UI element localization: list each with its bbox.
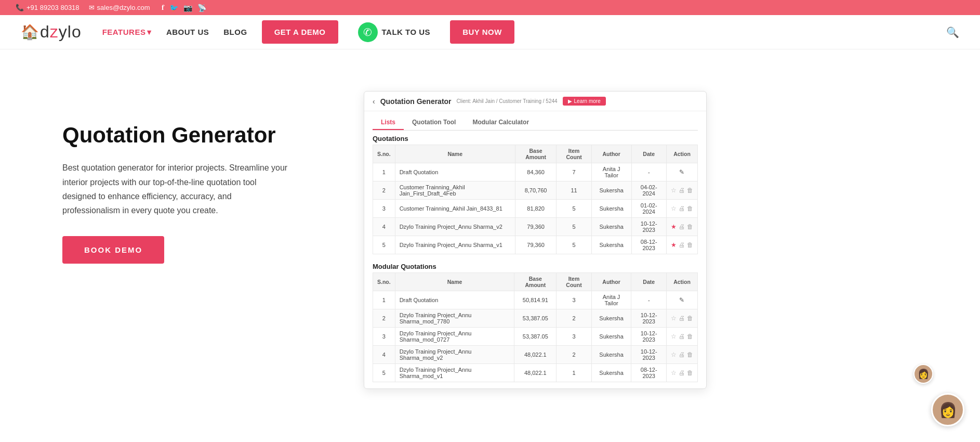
cell-author: Anita J Tailor	[591, 291, 631, 309]
facebook-icon[interactable]: 𝐟	[162, 3, 164, 12]
table-row: 3 Customer Trainning_Akhil Jain_8433_81 …	[373, 200, 698, 218]
whatsapp-icon[interactable]: ✆	[358, 22, 378, 42]
modular-tbody: 1 Draft Quotation 50,814.91 3 Anita J Ta…	[373, 291, 698, 382]
get-demo-button[interactable]: GET A DEMO	[262, 20, 338, 44]
back-arrow-icon[interactable]: ‹	[373, 97, 375, 106]
cell-author: Sukersha	[591, 200, 631, 218]
delete-icon[interactable]: 🗑	[687, 315, 693, 322]
mod-col-name: Name	[395, 273, 514, 291]
search-icon[interactable]: 🔍	[946, 26, 959, 38]
phone-number: +91 89203 80318	[27, 4, 80, 11]
col-amount: Base Amount	[515, 145, 557, 163]
table-row: 1 Draft Quotation 84,360 7 Anita J Tailo…	[373, 163, 698, 181]
delete-icon[interactable]: 🗑	[687, 187, 693, 194]
mod-col-action: Action	[666, 273, 697, 291]
nav-blog[interactable]: BLOG	[223, 28, 247, 36]
book-demo-button[interactable]: BOOK DEMO	[62, 236, 164, 264]
delete-icon[interactable]: 🗑	[687, 205, 693, 212]
hero-right: ‹ Quotation Generator Client: Akhil Jain…	[333, 81, 938, 389]
cell-action: ☆🖨🗑	[666, 200, 697, 218]
cell-name: Dzylo Training Project_Annu Sharma_mod_7…	[395, 309, 514, 328]
cell-name: Draft Quotation	[395, 291, 514, 309]
cell-author: Sukersha	[591, 346, 631, 364]
cell-amount: 53,387.05	[514, 328, 557, 346]
instagram-icon[interactable]: 📷	[183, 4, 192, 12]
cell-sno: 1	[373, 163, 395, 181]
cell-date: 01-02-2024	[631, 200, 666, 218]
copy-icon[interactable]: 🖨	[679, 315, 685, 322]
learn-more-button[interactable]: ▶ Learn more	[563, 97, 606, 106]
cell-date: 04-02-2024	[631, 181, 666, 200]
tab-quotation-tool[interactable]: Quotation Tool	[404, 115, 464, 130]
cell-items: 2	[557, 346, 591, 364]
social-icons: 𝐟 🐦 📷 📡	[162, 3, 206, 12]
tab-lists[interactable]: Lists	[373, 115, 404, 130]
copy-icon[interactable]: 🖨	[679, 369, 685, 376]
delete-icon[interactable]: 🗑	[687, 369, 693, 376]
hero-left: Quotation Generator Best quotation gener…	[62, 81, 333, 264]
email-address: sales@dzylo.com	[97, 4, 150, 11]
delete-icon[interactable]: 🗑	[687, 351, 693, 358]
star-icon[interactable]: ☆	[671, 205, 677, 212]
copy-icon[interactable]: 🖨	[679, 223, 685, 230]
edit-icon[interactable]: ✎	[679, 296, 684, 304]
cell-items: 1	[557, 364, 591, 382]
nav-features[interactable]: FEATURES ▾	[102, 28, 152, 37]
star-icon[interactable]: ☆	[671, 187, 677, 194]
cell-action: ☆🖨🗑	[666, 181, 697, 200]
cell-sno: 3	[373, 200, 395, 218]
cell-name: Dzylo Training Project_Annu Sharma_mod_0…	[395, 328, 514, 346]
cell-amount: 79,360	[515, 236, 557, 254]
cell-action: ☆🖨🗑	[666, 346, 697, 364]
star-icon[interactable]: ☆	[671, 369, 677, 376]
cell-name: Dzylo Training Project_Annu Sharma_mod_v…	[395, 346, 514, 364]
cell-author: Sukersha	[591, 181, 631, 200]
rss-icon[interactable]: 📡	[197, 4, 206, 12]
cell-action: ★🖨🗑	[666, 236, 697, 254]
copy-icon[interactable]: 🖨	[679, 205, 685, 212]
cell-amount: 53,387.05	[514, 309, 557, 328]
star-icon[interactable]: ★	[671, 223, 677, 230]
copy-icon[interactable]: 🖨	[679, 187, 685, 194]
cell-author: Sukersha	[591, 309, 631, 328]
panel-title: Quotation Generator	[380, 97, 452, 106]
cell-action: ★🖨🗑	[666, 218, 697, 236]
delete-icon[interactable]: 🗑	[687, 241, 693, 249]
star-icon[interactable]: ☆	[671, 333, 677, 340]
cell-date: 10-12-2023	[631, 218, 666, 236]
copy-icon[interactable]: 🖨	[679, 333, 685, 340]
cell-name: Customer Trainning_Akhil Jain_First_Draf…	[395, 181, 515, 200]
quotations-table-wrap: S.no. Name Base Amount Item Count Author…	[364, 145, 706, 258]
panel-header: ‹ Quotation Generator Client: Akhil Jain…	[364, 92, 706, 111]
twitter-icon[interactable]: 🐦	[169, 4, 178, 12]
email-icon: ✉	[89, 4, 95, 11]
cell-date: -	[631, 163, 666, 181]
talk-label: TALK TO US	[382, 28, 431, 36]
star-icon[interactable]: ☆	[671, 315, 677, 322]
edit-icon[interactable]: ✎	[679, 168, 684, 176]
buy-now-button[interactable]: BUY NOW	[450, 20, 514, 44]
nav-about[interactable]: ABOUT US	[166, 28, 209, 36]
star-icon[interactable]: ☆	[671, 351, 677, 358]
delete-icon[interactable]: 🗑	[687, 333, 693, 340]
tab-modular-calculator[interactable]: Modular Calculator	[464, 115, 537, 130]
cell-sno: 1	[373, 291, 395, 309]
copy-icon[interactable]: 🖨	[679, 241, 685, 249]
star-icon[interactable]: ★	[671, 241, 677, 249]
navbar: 🏠 dzylo FEATURES ▾ ABOUT US BLOG GET A D…	[0, 15, 980, 49]
youtube-icon: ▶	[568, 98, 572, 104]
cell-author: Sukersha	[591, 364, 631, 382]
cell-amount: 48,022.1	[514, 346, 557, 364]
delete-icon[interactable]: 🗑	[687, 223, 693, 230]
table-row: 5 Dzylo Training Project_Annu Sharma_mod…	[373, 364, 698, 382]
cell-author: Anita J Tailor	[591, 163, 631, 181]
cell-amount: 48,022.1	[514, 364, 557, 382]
logo[interactable]: 🏠 dzylo	[21, 22, 82, 42]
quotations-header-row: S.no. Name Base Amount Item Count Author…	[373, 145, 698, 163]
cell-action: ☆🖨🗑	[666, 364, 697, 382]
cell-sno: 4	[373, 218, 395, 236]
copy-icon[interactable]: 🖨	[679, 351, 685, 358]
cell-date: -	[631, 291, 666, 309]
hero-section: Quotation Generator Best quotation gener…	[0, 49, 980, 410]
top-bar: 📞 +91 89203 80318 ✉ sales@dzylo.com 𝐟 🐦 …	[0, 0, 980, 15]
